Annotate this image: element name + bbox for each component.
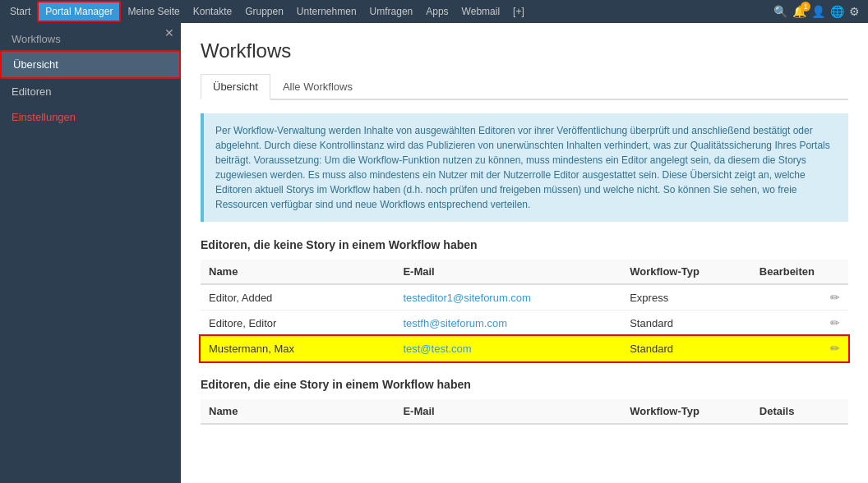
nav-kontakte[interactable]: Kontakte [187,2,238,21]
edit-cell: ✏ [751,336,848,361]
editor-email: testeditor1@siteforum.com [395,284,621,310]
nav-plus[interactable]: [+] [506,2,531,21]
edit-icon[interactable]: ✏ [830,342,840,355]
edit-icon[interactable]: ✏ [830,291,840,304]
table1-header-row: Name E-Mail Workflow-Typ Bearbeiten [201,260,848,284]
editor-email-link[interactable]: test@test.com [403,343,471,355]
editor-workflow-type: Standard [621,336,751,361]
edit-icon[interactable]: ✏ [830,316,840,329]
sidebar-item-editoren[interactable]: Editoren [0,79,181,104]
nav-gruppen[interactable]: Gruppen [238,2,290,21]
table2-header-row: Name E-Mail Workflow-Typ Details [201,399,848,424]
search-icon[interactable]: 🔍 [773,5,787,18]
col-header-name: Name [201,260,395,284]
edit-cell: ✏ [751,284,848,310]
editor-name: Editore, Editor [201,310,395,336]
main-layout: ✕ Workflows Übersicht Editoren Einstellu… [0,23,868,483]
main-content: Workflows Übersicht Alle Workflows Per W… [181,23,868,483]
nav-icon-group: 🔍 🔔 1 👤 🌐 ⚙ [773,5,865,18]
top-navigation: Start Portal Manager Meine Seite Kontakt… [0,0,868,23]
editor-email-link[interactable]: testfh@siteforum.com [403,317,507,329]
table-row: Editor, Added testeditor1@siteforum.com … [201,284,848,310]
sidebar-item-ubersicht[interactable]: Übersicht [0,50,181,79]
sidebar-item-einstellungen[interactable]: Einstellungen [0,104,181,130]
nav-unternehmen[interactable]: Unternehmen [290,2,363,21]
notification-icon[interactable]: 🔔 1 [792,5,806,18]
col2-header-name: Name [201,399,395,424]
editors-with-workflow-table: Name E-Mail Workflow-Typ Details [201,399,848,425]
globe-icon[interactable]: 🌐 [830,5,844,18]
tab-alle-workflows[interactable]: Alle Workflows [270,74,365,100]
edit-cell: ✏ [751,310,848,336]
sidebar-close-button[interactable]: ✕ [164,26,174,39]
nav-webmail[interactable]: Webmail [455,2,506,21]
editor-email-link[interactable]: testeditor1@siteforum.com [403,292,531,304]
editor-email: test@test.com [395,336,621,361]
editors-no-workflow-table: Name E-Mail Workflow-Typ Bearbeiten Edit… [201,260,848,361]
editor-workflow-type: Standard [621,310,751,336]
settings-icon[interactable]: ⚙ [849,5,860,18]
table-row-highlighted: Mustermann, Max test@test.com Standard ✏ [201,336,848,361]
tab-bar: Übersicht Alle Workflows [201,74,848,100]
page-title: Workflows [201,39,848,62]
sidebar: ✕ Workflows Übersicht Editoren Einstellu… [0,23,181,483]
nav-portal-manager[interactable]: Portal Manager [37,1,121,22]
editor-workflow-type: Express [621,284,751,310]
table-row: Editore, Editor testfh@siteforum.com Sta… [201,310,848,336]
notification-badge: 1 [801,2,810,12]
section1-heading: Editoren, die keine Story in einem Workf… [201,238,848,251]
user-icon[interactable]: 👤 [811,5,825,18]
nav-umfragen[interactable]: Umfragen [363,2,420,21]
col2-header-email: E-Mail [395,399,621,424]
tab-ubersicht[interactable]: Übersicht [201,74,270,100]
nav-meine-seite[interactable]: Meine Seite [121,2,186,21]
col-header-bearbeiten: Bearbeiten [751,260,848,284]
editor-email: testfh@siteforum.com [395,310,621,336]
col-header-workflow-type: Workflow-Typ [621,260,751,284]
nav-start[interactable]: Start [3,2,37,21]
section2-heading: Editoren, die eine Story in einem Workfl… [201,378,848,391]
editor-name: Mustermann, Max [201,336,395,361]
info-box: Per Workflow-Verwaltung werden Inhalte v… [201,113,848,222]
editor-name: Editor, Added [201,284,395,310]
col2-header-workflow-type: Workflow-Typ [621,399,751,424]
nav-apps[interactable]: Apps [419,2,455,21]
col-header-email: E-Mail [395,260,621,284]
col2-header-details: Details [751,399,848,424]
sidebar-title: Workflows [0,23,181,50]
